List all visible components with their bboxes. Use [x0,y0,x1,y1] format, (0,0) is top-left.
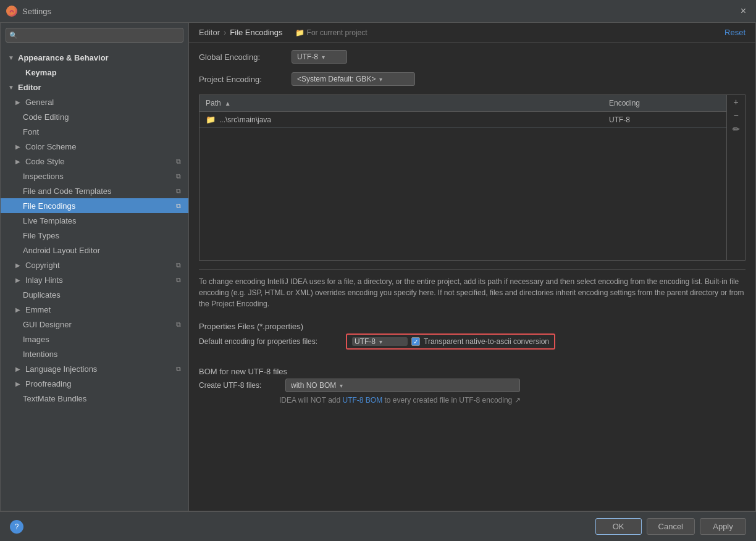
sidebar-item-editor[interactable]: ▼ Editor [1,80,188,94]
sidebar-label-inspections: Inspections [23,172,171,181]
cancel-button[interactable]: Cancel [647,518,695,535]
sidebar-label-emmet: Emmet [25,305,183,314]
apply-button[interactable]: Apply [700,518,746,535]
global-encoding-dropdown[interactable]: UTF-8 ▾ [292,50,347,64]
row-encoding-value: UTF-8 [609,115,630,124]
bom-section: BOM for new UTF-8 files Create UTF-8 fil… [199,363,746,405]
sidebar-item-inlay-hints[interactable]: ▶ Inlay Hints ⧉ [1,272,188,287]
search-input[interactable] [6,28,183,43]
global-encoding-row: Global Encoding: UTF-8 ▾ [199,50,746,64]
sidebar-item-textmate-bundles[interactable]: TextMate Bundles [1,391,188,406]
bom-create-label: Create UTF-8 files: [199,381,279,390]
edit-row-button[interactable]: ✏ [731,124,741,135]
sidebar-label-android-layout: Android Layout Editor [23,246,183,255]
sidebar-item-color-scheme[interactable]: ▶ Color Scheme [1,139,188,154]
project-encoding-dropdown[interactable]: <System Default: GBK> ▾ [292,72,415,86]
expand-arrow-emmet: ▶ [15,306,24,313]
for-current-project-label: For current project [307,28,368,37]
search-icon: 🔍 [9,31,18,40]
sidebar-item-file-types[interactable]: File Types [1,228,188,243]
col-header-encoding[interactable]: Encoding [603,98,726,109]
sidebar-item-language-injections[interactable]: ▶ Language Injections ⧉ [1,361,188,376]
main-panel: Editor › File Encodings 📁 For current pr… [189,23,755,511]
col-encoding-label: Encoding [609,99,640,107]
project-encoding-row: Project Encoding: <System Default: GBK> … [199,72,746,86]
copy-icon-inspections: ⧉ [174,171,183,181]
sidebar-label-appearance: Appearance & Behavior [18,53,183,62]
expand-arrow-proofreading: ▶ [15,380,24,387]
sidebar-item-duplicates[interactable]: Duplicates [1,287,188,302]
sidebar-item-copyright[interactable]: ▶ Copyright ⧉ [1,258,188,272]
copy-icon-gui-designer: ⧉ [174,319,183,329]
expand-arrow-code-style: ▶ [15,158,24,165]
cell-encoding: UTF-8 [603,114,726,125]
sidebar-item-appearance[interactable]: ▼ Appearance & Behavior [1,50,188,65]
search-box: 🔍 [6,28,183,43]
settings-dialog: Settings × 🔍 ▼ Appearance & Behavior Key… [0,0,756,541]
sidebar-item-file-code-templates[interactable]: File and Code Templates ⧉ [1,183,188,198]
properties-encoding-arrow: ▾ [379,338,382,345]
properties-section: Properties Files (*.properties) Default … [199,318,746,353]
sidebar-item-emmet[interactable]: ▶ Emmet [1,302,188,317]
sidebar-item-intentions[interactable]: Intentions [1,346,188,361]
sidebar-item-keymap[interactable]: Keymap [1,65,188,80]
sidebar-item-code-editing[interactable]: Code Editing [1,109,188,124]
expand-arrow-editor: ▼ [8,84,17,91]
sidebar-items: ▼ Appearance & Behavior Keymap ▼ Editor … [1,48,188,511]
transparent-conversion-checkbox[interactable]: ✓ [411,337,420,346]
transparent-conversion-row: ✓ Transparent native-to-ascii conversion [411,337,549,346]
help-button[interactable]: ? [10,520,23,534]
sidebar-item-file-encodings[interactable]: File Encodings ⧉ [1,198,188,213]
sidebar-label-textmate-bundles: TextMate Bundles [23,394,183,403]
ok-button[interactable]: OK [595,518,642,535]
sidebar-label-keymap: Keymap [25,68,183,77]
sidebar-item-gui-designer[interactable]: GUI Designer ⧉ [1,317,188,332]
copy-icon-code-style: ⧉ [174,156,183,166]
project-encoding-value: <System Default: GBK> [297,75,376,83]
sidebar-label-file-code-templates: File and Code Templates [23,187,171,196]
sidebar-label-file-types: File Types [23,231,183,240]
sidebar-item-general[interactable]: ▶ General [1,94,188,109]
col-header-path[interactable]: Path ▲ [200,98,603,109]
encoding-table-outer: Path ▲ Encoding 📁 ...\src\ma [199,94,746,261]
transparent-conversion-label: Transparent native-to-ascii conversion [424,337,549,346]
expand-arrow-language-injections: ▶ [15,366,24,372]
sidebar-label-images: Images [23,335,183,344]
sidebar-item-code-style[interactable]: ▶ Code Style ⧉ [1,154,188,169]
bom-info-link[interactable]: UTF-8 BOM [342,396,382,405]
sidebar-item-live-templates[interactable]: Live Templates [1,213,188,228]
cell-path: 📁 ...\src\main\java [200,114,603,125]
expand-arrow-inlay-hints: ▶ [15,277,24,283]
sidebar-item-inspections[interactable]: Inspections ⧉ [1,169,188,183]
sidebar-label-code-style: Code Style [25,157,171,166]
bom-dropdown[interactable]: with NO BOM ▾ [285,379,520,392]
expand-arrow-color-scheme: ▶ [15,143,24,150]
table-row[interactable]: 📁 ...\src\main\java UTF-8 [200,112,726,128]
sidebar-item-android-layout[interactable]: Android Layout Editor [1,243,188,258]
encoding-table-main: Path ▲ Encoding 📁 ...\src\ma [200,95,726,260]
bom-create-row: Create UTF-8 files: with NO BOM ▾ [199,379,746,392]
breadcrumb: Editor › File Encodings 📁 For current pr… [199,28,724,37]
expand-arrow-general: ▶ [15,99,24,106]
expand-arrow-appearance: ▼ [8,54,17,61]
close-button[interactable]: × [737,4,750,18]
properties-encoding-dropdown[interactable]: UTF-8 ▾ [352,337,408,346]
properties-encoding-row: Default encoding for properties files: U… [199,333,746,350]
global-encoding-label: Global Encoding: [199,52,285,62]
sidebar-item-images[interactable]: Images [1,332,188,346]
sidebar-item-proofreading[interactable]: ▶ Proofreading [1,376,188,391]
remove-row-button[interactable]: − [732,110,739,121]
copy-icon-file-encodings: ⧉ [174,201,183,211]
project-encoding-label: Project Encoding: [199,75,285,84]
sidebar-item-font[interactable]: Font [1,124,188,139]
properties-encoding-value: UTF-8 [355,337,376,346]
row-path-value: ...\src\main\java [219,115,271,124]
copy-icon-language-injections: ⧉ [174,364,183,374]
sidebar-label-language-injections: Language Injections [25,364,171,374]
footer: ? OK Cancel Apply [0,511,756,541]
copy-icon-copyright: ⧉ [174,260,183,270]
breadcrumb-current: File Encodings [230,28,282,37]
reset-button[interactable]: Reset [724,28,746,37]
add-row-button[interactable]: + [732,96,739,107]
folder-icon: 📁 [295,28,304,37]
